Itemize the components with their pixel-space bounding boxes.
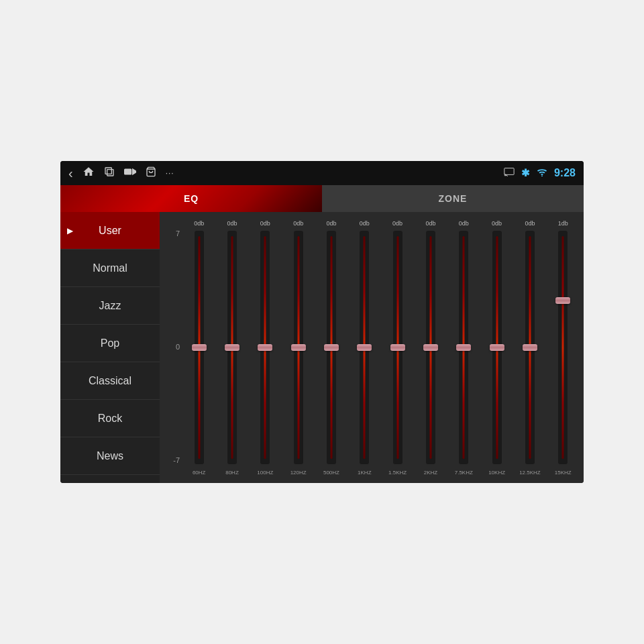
svg-marker-2 [132,168,136,176]
band-freq-6: 1.5KHZ [388,466,407,479]
band-freq-8: 7.5KHZ [455,466,473,479]
svg-rect-0 [105,168,111,174]
band-freq-10: 12.5KHZ [519,466,541,479]
band-freq-7: 2KHZ [424,466,437,479]
tab-bar: EQ ZONE [60,185,584,212]
band-db-11: 1db [558,217,568,229]
recents-button[interactable] [104,166,115,180]
band-track-11[interactable] [558,231,568,464]
band-track-10[interactable] [525,231,535,464]
svg-point-6 [541,175,543,176]
sidebar-item-user[interactable]: User [60,212,160,250]
band-freq-1: 80HZ [225,466,239,479]
bag-button[interactable] [146,166,156,180]
eq-band-500hz[interactable]: 0db500HZ [315,217,347,479]
eq-band-2khz[interactable]: 0db2KHZ [414,217,447,479]
band-track-8[interactable] [459,231,468,464]
time-display: 9:28 [554,167,576,179]
band-freq-3: 120HZ [290,466,307,479]
scale-mid: 0 [176,343,180,351]
eq-bands: 0db60HZ0db80HZ0db100HZ0db120HZ0db500HZ0d… [182,217,580,479]
sidebar-item-normal[interactable]: Normal [60,250,160,287]
bluetooth-icon: ✱ [521,167,530,179]
band-db-0: 0db [194,217,204,229]
eq-band-75khz[interactable]: 0db7.5KHZ [447,217,480,479]
band-db-3: 0db [293,217,303,229]
band-track-4[interactable] [327,231,336,464]
sidebar-item-rock[interactable]: Rock [60,400,160,437]
band-db-5: 0db [360,217,370,229]
eq-band-100hz[interactable]: 0db100HZ [249,217,282,479]
band-track-9[interactable] [492,231,502,464]
scale-top: 7 [176,229,180,237]
wifi-icon [537,168,547,178]
eq-band-60hz[interactable]: 0db60HZ [182,217,215,479]
band-track-1[interactable] [227,231,237,464]
band-handle-11[interactable] [555,297,570,304]
sidebar-item-classical[interactable]: Classical [60,362,160,400]
more-button[interactable]: ··· [166,168,174,178]
band-db-9: 0db [492,217,502,229]
home-button[interactable] [83,166,95,180]
band-db-10: 0db [525,217,535,229]
band-freq-9: 10KHZ [488,466,505,479]
band-handle-9[interactable] [490,344,504,351]
status-left: ‹ [68,166,174,181]
back-button[interactable]: ‹ [68,166,73,181]
status-bar: ‹ [60,161,584,185]
status-right: ✱ 9:28 [504,167,576,179]
eq-band-1khz[interactable]: 0db1KHZ [348,217,381,479]
eq-bands-container: 7 0 -7 0db60HZ0db80HZ0db100HZ0db120HZ0db… [166,217,580,479]
svg-rect-5 [504,168,514,175]
sidebar-item-news[interactable]: News [60,437,160,475]
main-content: User Normal Jazz Pop Classical Rock News… [60,212,584,483]
camera-button[interactable] [124,167,136,179]
tab-zone[interactable]: ZONE [322,185,584,212]
band-freq-4: 500HZ [323,466,339,479]
band-db-6: 0db [392,217,402,229]
car-screen: ‹ [60,161,584,483]
eq-band-10khz[interactable]: 0db10KHZ [480,217,513,479]
band-track-6[interactable] [393,231,402,464]
cast-icon [504,168,515,178]
band-track-5[interactable] [360,231,369,464]
band-freq-2: 100HZ [257,466,273,479]
band-handle-6[interactable] [390,344,405,351]
band-db-7: 0db [425,217,435,229]
svg-rect-1 [107,170,113,176]
band-handle-8[interactable] [456,344,471,351]
sidebar-item-pop[interactable]: Pop [60,325,160,362]
scale-bot: -7 [173,456,180,464]
band-db-1: 0db [227,217,237,229]
eq-scale: 7 0 -7 [166,217,182,479]
screen-wrapper: ‹ [0,0,644,644]
band-track-7[interactable] [426,231,435,464]
band-handle-7[interactable] [423,344,438,351]
band-handle-2[interactable] [258,344,272,351]
svg-rect-3 [124,169,131,175]
band-handle-10[interactable] [523,344,537,351]
band-freq-11: 15KHZ [555,466,572,479]
band-track-0[interactable] [195,231,204,464]
eq-band-15khz[interactable]: 1db15KHZ [547,217,580,479]
eq-band-15khz[interactable]: 0db1.5KHZ [381,217,414,479]
band-handle-0[interactable] [192,344,207,351]
eq-area: 7 0 -7 0db60HZ0db80HZ0db100HZ0db120HZ0db… [160,212,584,483]
band-handle-4[interactable] [324,344,339,351]
band-freq-0: 60HZ [193,466,206,479]
band-handle-5[interactable] [357,344,372,351]
eq-band-125khz[interactable]: 0db12.5KHZ [513,217,546,479]
tab-eq[interactable]: EQ [60,185,322,212]
band-track-2[interactable] [260,231,270,464]
band-db-4: 0db [326,217,336,229]
eq-band-120hz[interactable]: 0db120HZ [282,217,315,479]
band-db-2: 0db [260,217,270,229]
band-db-8: 0db [459,217,469,229]
band-handle-3[interactable] [291,344,306,351]
eq-band-80hz[interactable]: 0db80HZ [215,217,248,479]
band-handle-1[interactable] [225,344,239,351]
sidebar: User Normal Jazz Pop Classical Rock News [60,212,160,483]
band-track-3[interactable] [294,231,303,464]
sidebar-item-jazz[interactable]: Jazz [60,287,160,325]
band-freq-5: 1KHZ [358,466,371,479]
